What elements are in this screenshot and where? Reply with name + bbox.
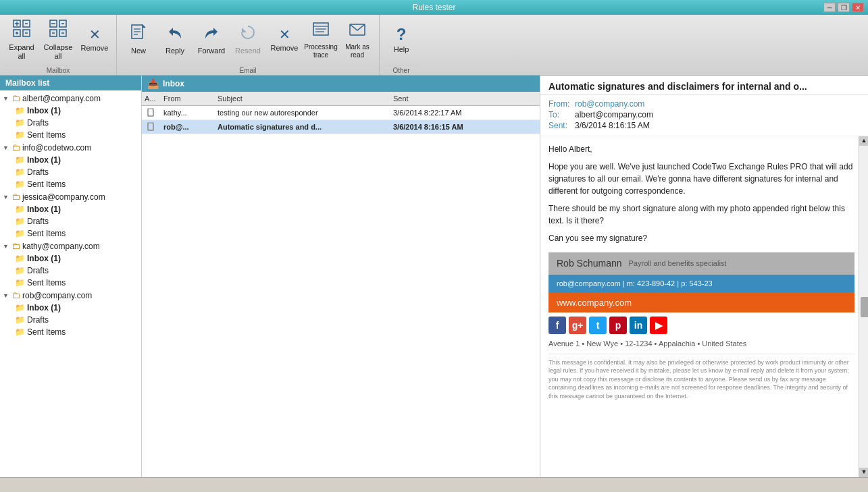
folder-label-rob-drafts: Drafts — [27, 315, 49, 325]
tree-account-row-albert[interactable]: ▼ 🗀 albert@company.com — [0, 92, 141, 105]
remove-mailbox-icon: ✕ — [89, 26, 101, 43]
folder-label-rob-sent: Sent Items — [27, 327, 66, 337]
sig-social: f g+ t p in ▶ — [548, 312, 854, 337]
email-row-2[interactable]: rob@... Automatic signatures and d... 3/… — [142, 120, 540, 134]
col-header-subject[interactable]: Subject — [215, 93, 390, 104]
folder-kathy-drafts[interactable]: 📁 Drafts — [0, 265, 141, 277]
meta-row-to: To: albert@company.com — [548, 110, 860, 119]
scroll-up-button[interactable]: ▲ — [859, 136, 868, 146]
folder-rob-drafts[interactable]: 📁 Drafts — [0, 314, 141, 326]
subj-cell-1: testing our new autoresponder — [215, 109, 390, 117]
tree-account-row-jessica[interactable]: ▼ 🗀 jessica@company.com — [0, 190, 141, 203]
att-cell-2 — [142, 122, 161, 132]
mark-as-read-button[interactable]: Mark as read — [340, 15, 375, 63]
meta-value-from: rob@company.com — [575, 99, 644, 109]
folder-rob-inbox[interactable]: 📁 Inbox (1) — [0, 302, 141, 314]
folder-icon-rob-inbox: 📁 — [15, 303, 25, 312]
collapse-all-button[interactable]: Collapse all — [41, 15, 76, 63]
folder-jessica-drafts[interactable]: 📁 Drafts — [0, 215, 141, 227]
folder-kathy-inbox[interactable]: 📁 Inbox (1) — [0, 252, 141, 265]
folder-label-jessica-inbox: Inbox (1) — [27, 204, 61, 214]
social-googleplus-icon[interactable]: g+ — [569, 317, 586, 334]
folder-icon-jessica-sent: 📁 — [15, 229, 25, 238]
social-facebook-icon[interactable]: f — [548, 317, 566, 334]
sig-website-bar[interactable]: www.company.com — [548, 293, 854, 313]
col-header-sent[interactable]: Sent — [390, 93, 478, 104]
restore-button[interactable]: ❐ — [838, 3, 850, 12]
resend-icon — [239, 24, 257, 45]
sig-website: www.company.com — [557, 298, 632, 308]
sig-title: Payroll and benefits specialist — [629, 258, 727, 269]
preview-body[interactable]: Hello Albert, Hope you are well. We've j… — [540, 136, 868, 477]
social-twitter-icon[interactable]: t — [589, 317, 607, 334]
folder-icon-jessica-drafts: 📁 — [15, 217, 25, 226]
new-email-button[interactable]: New — [121, 15, 156, 63]
meta-value-sent: 3/6/2014 8:16:15 AM — [575, 121, 650, 130]
body-para1: Hope you are well. We've just launched C… — [548, 161, 854, 197]
expand-icon-info: ▼ — [3, 144, 9, 151]
folder-info-sent[interactable]: 📁 Sent Items — [0, 178, 141, 190]
meta-value-to: albert@company.com — [575, 110, 653, 119]
help-button[interactable]: ? Help — [384, 15, 419, 63]
new-email-icon — [130, 24, 147, 45]
social-youtube-icon[interactable]: ▶ — [650, 317, 667, 334]
folder-label-jessica-sent: Sent Items — [27, 229, 66, 238]
svg-rect-30 — [148, 109, 153, 116]
sig-disclaimer: This message is confidential. It may als… — [548, 354, 854, 401]
folder-icon-jessica-inbox: 📁 — [15, 204, 25, 214]
scroll-thumb[interactable] — [861, 297, 868, 317]
folder-jessica-sent[interactable]: 📁 Sent Items — [0, 227, 141, 240]
resend-button[interactable]: Resend — [230, 15, 265, 63]
toolbar-group-email: New Reply Forward — [117, 15, 380, 75]
preview-subject: Automatic signatures and disclaimers for… — [540, 76, 868, 95]
remove-mailbox-label: Remove — [81, 44, 109, 53]
folder-info-drafts[interactable]: 📁 Drafts — [0, 166, 141, 178]
folder-jessica-inbox[interactable]: 📁 Inbox (1) — [0, 203, 141, 215]
reply-button[interactable]: Reply — [157, 15, 193, 63]
folder-albert-inbox[interactable]: 📁 Inbox (1) — [0, 105, 141, 117]
body-para2: There should be my short signature along… — [548, 202, 854, 227]
folder-icon-albert-inbox: 📁 — [15, 106, 25, 115]
col-header-from[interactable]: From — [161, 93, 215, 104]
expand-icon-kathy: ▼ — [3, 243, 9, 250]
folder-albert-sent[interactable]: 📁 Sent Items — [0, 129, 141, 141]
minimize-button[interactable]: ─ — [823, 3, 836, 12]
close-button[interactable]: ✕ — [852, 3, 864, 12]
tree-account-row-info[interactable]: ▼ 🗀 info@codetwo.com — [0, 141, 141, 154]
folder-icon-info-sent: 📁 — [15, 180, 25, 189]
email-row-1[interactable]: kathy... testing our new autoresponder 3… — [142, 106, 540, 120]
email-preview: Automatic signatures and disclaimers for… — [540, 76, 868, 477]
folder-rob-sent[interactable]: 📁 Sent Items — [0, 326, 141, 338]
other-group-label: Other — [384, 65, 419, 76]
tree-account-row-rob[interactable]: ▼ 🗀 rob@company.com — [0, 289, 141, 302]
toolbar-group-mailbox: Expand all Collapse all — [0, 15, 117, 75]
processing-trace-button[interactable]: Processing trace — [303, 15, 338, 63]
social-pinterest-icon[interactable]: p — [609, 317, 627, 334]
remove-email-button[interactable]: ✕ Remove — [267, 15, 302, 63]
from-cell-1: kathy... — [161, 109, 215, 117]
expand-icon-jessica: ▼ — [3, 194, 9, 200]
forward-icon — [203, 24, 220, 45]
inbox-header-icon: 📥 — [147, 78, 159, 89]
folder-kathy-sent[interactable]: 📁 Sent Items — [0, 277, 141, 289]
subj-cell-2: Automatic signatures and d... — [215, 123, 390, 131]
scroll-down-button[interactable]: ▼ — [859, 468, 868, 477]
col-header-attachment[interactable]: A... — [142, 93, 161, 104]
body-para3: Can you see my signature? — [548, 232, 854, 244]
email-list-columns: A... From Subject Sent — [142, 92, 540, 106]
meta-row-from: From: rob@company.com — [548, 99, 860, 109]
social-linkedin-icon[interactable]: in — [630, 317, 647, 334]
email-list-header: 📥 Inbox — [142, 76, 540, 92]
expand-all-button[interactable]: Expand all — [4, 15, 39, 63]
remove-mailbox-button[interactable]: ✕ Remove — [77, 15, 112, 63]
body-greeting: Hello Albert, — [548, 143, 854, 155]
folder-info-inbox[interactable]: 📁 Inbox (1) — [0, 154, 141, 166]
preview-scrollbar[interactable]: ▲ ▼ — [859, 136, 868, 477]
forward-button[interactable]: Forward — [194, 15, 229, 63]
tree-account-row-kathy[interactable]: ▼ 🗀 kathy@company.com — [0, 240, 141, 252]
account-label-albert: albert@company.com — [22, 94, 101, 103]
expand-all-icon — [12, 19, 31, 42]
processing-trace-label: Processing trace — [304, 43, 337, 59]
folder-albert-drafts[interactable]: 📁 Drafts — [0, 117, 141, 129]
folder-label-kathy-sent: Sent Items — [27, 278, 66, 288]
